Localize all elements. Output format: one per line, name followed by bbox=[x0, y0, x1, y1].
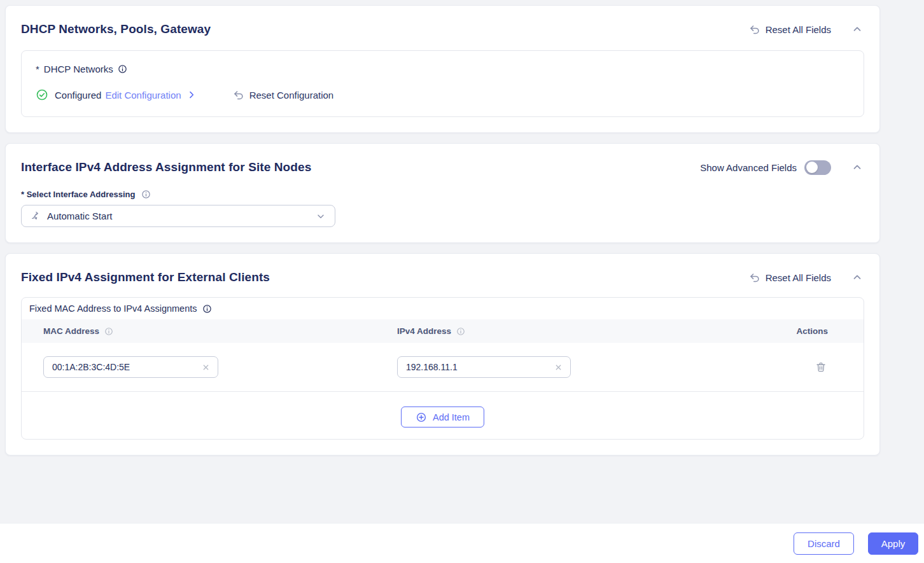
reset-icon bbox=[232, 89, 244, 101]
interface-addressing-value: Automatic Start bbox=[47, 211, 310, 221]
add-item-label: Add Item bbox=[433, 412, 470, 422]
edit-configuration-link[interactable]: Edit Configuration bbox=[105, 90, 181, 101]
ipv4-address-input[interactable] bbox=[406, 362, 553, 372]
chevron-down-icon bbox=[316, 211, 326, 221]
discard-button[interactable]: Discard bbox=[794, 532, 854, 555]
table-header-row: MAC Address IPv4 Address bbox=[22, 319, 864, 343]
reset-configuration-label: Reset Configuration bbox=[249, 90, 334, 101]
card-interface-title: Interface IPv4 Address Assignment for Si… bbox=[21, 160, 311, 174]
chevron-right-icon[interactable] bbox=[186, 90, 197, 100]
dhcp-networks-fieldset: * DHCP Networks Configure bbox=[21, 50, 864, 117]
plus-circle-icon bbox=[416, 412, 427, 423]
collapse-card-fixed-button[interactable] bbox=[850, 270, 864, 284]
fixed-mac-group-label: Fixed MAC Address to IPv4 Assignments bbox=[29, 303, 197, 314]
configured-status: Configured bbox=[55, 90, 101, 101]
mac-address-input[interactable] bbox=[52, 362, 200, 372]
card-fixed-ipv4: Fixed IPv4 Assignment for External Clien… bbox=[5, 253, 880, 455]
trash-icon bbox=[815, 361, 827, 373]
column-header-actions: Actions bbox=[753, 326, 842, 336]
interface-addressing-select[interactable]: Automatic Start bbox=[21, 205, 335, 227]
info-icon[interactable] bbox=[202, 304, 212, 314]
clear-ipv4-icon[interactable] bbox=[553, 362, 564, 373]
settings-page: DHCP Networks, Pools, Gateway Reset All … bbox=[5, 5, 880, 455]
card-dhcp-networks: DHCP Networks, Pools, Gateway Reset All … bbox=[5, 5, 880, 133]
reset-all-fields-label: Reset All Fields bbox=[766, 24, 831, 35]
fixed-assignments-table: Fixed MAC Address to IPv4 Assignments MA… bbox=[21, 297, 864, 440]
select-interface-addressing-label: * Select Interface Addressing bbox=[21, 190, 135, 199]
collapse-card-dhcp-button[interactable] bbox=[850, 22, 864, 36]
clear-mac-icon[interactable] bbox=[200, 362, 211, 373]
mac-address-field-wrap bbox=[43, 356, 218, 378]
reset-all-fields-label: Reset All Fields bbox=[766, 272, 831, 283]
card-interface-ipv4: Interface IPv4 Address Assignment for Si… bbox=[5, 143, 880, 243]
check-circle-icon bbox=[36, 88, 48, 101]
branch-icon bbox=[31, 211, 41, 221]
card-dhcp-title: DHCP Networks, Pools, Gateway bbox=[21, 22, 211, 36]
show-advanced-fields-label: Show Advanced Fields bbox=[700, 162, 797, 173]
table-row bbox=[22, 343, 864, 391]
reset-icon bbox=[748, 24, 760, 36]
chevron-up-icon bbox=[851, 272, 863, 283]
reset-all-fields-button[interactable]: Reset All Fields bbox=[748, 272, 831, 284]
action-footer: Discard Apply bbox=[0, 523, 924, 563]
info-icon[interactable] bbox=[456, 327, 465, 336]
apply-button[interactable]: Apply bbox=[868, 532, 918, 555]
column-header-ipv4: IPv4 Address bbox=[397, 326, 753, 336]
delete-row-button[interactable] bbox=[815, 361, 827, 373]
dhcp-networks-label: DHCP Networks bbox=[44, 64, 113, 74]
show-advanced-fields-toggle[interactable] bbox=[804, 160, 831, 175]
reset-icon bbox=[748, 272, 760, 284]
collapse-card-interface-button[interactable] bbox=[850, 160, 864, 174]
chevron-up-icon bbox=[851, 162, 863, 173]
info-icon[interactable] bbox=[104, 327, 113, 336]
ipv4-address-field-wrap bbox=[397, 356, 571, 378]
required-marker: * bbox=[36, 64, 39, 74]
column-header-mac: MAC Address bbox=[43, 326, 397, 336]
card-fixed-title: Fixed IPv4 Assignment for External Clien… bbox=[21, 270, 270, 284]
toggle-knob bbox=[806, 162, 818, 173]
chevron-up-icon bbox=[851, 24, 863, 35]
info-icon[interactable] bbox=[118, 64, 127, 74]
add-item-button[interactable]: Add Item bbox=[401, 407, 484, 427]
reset-all-fields-button[interactable]: Reset All Fields bbox=[748, 24, 831, 36]
info-icon[interactable] bbox=[141, 190, 151, 199]
reset-configuration-button[interactable]: Reset Configuration bbox=[232, 89, 334, 101]
